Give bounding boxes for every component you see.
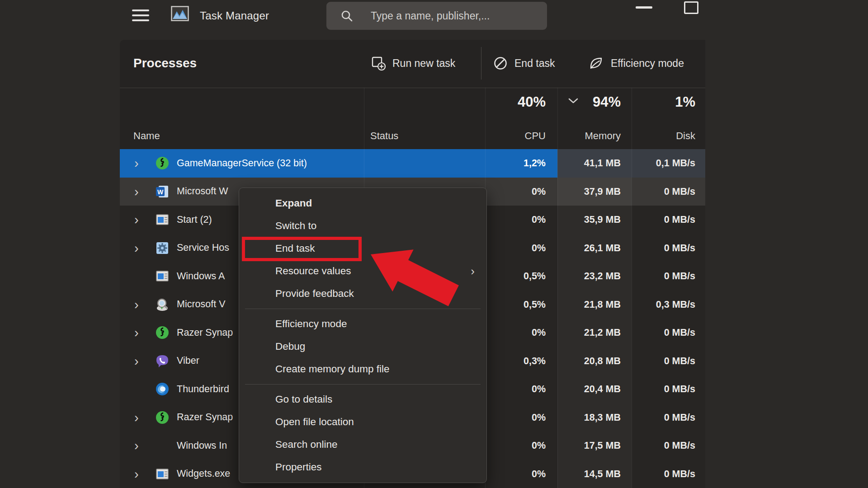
cpu-value: 0,5%	[485, 291, 557, 319]
column-divider	[557, 88, 558, 488]
menu-separator	[245, 309, 481, 309]
cpu-value: 0%	[485, 375, 557, 404]
efficiency-mode-label: Efficiency mode	[611, 57, 684, 70]
search-icon	[341, 10, 353, 22]
expand-chevron-icon[interactable]: ›	[134, 347, 155, 375]
run-new-task-icon	[371, 56, 386, 70]
process-name: Thunderbird	[177, 384, 229, 395]
menu-item-search-online[interactable]: Search online	[239, 433, 486, 456]
column-header-disk[interactable]: Disk	[676, 130, 695, 142]
expand-chevron-icon[interactable]: ›	[134, 319, 155, 346]
column-header-name[interactable]: Name	[133, 130, 160, 142]
disk-value: 0 MB/s	[632, 347, 705, 375]
menu-item-create-memory-dump-file[interactable]: Create memory dump file	[239, 358, 486, 380]
end-task-button[interactable]: End task	[493, 49, 555, 78]
run-new-task-label: Run new task	[392, 57, 455, 70]
expand-chevron-icon[interactable]: ›	[134, 460, 155, 488]
window-icon	[155, 212, 170, 227]
search-box[interactable]	[326, 2, 547, 30]
menu-item-go-to-details[interactable]: Go to details	[239, 388, 486, 411]
cpu-value: 0%	[485, 460, 557, 488]
menu-item-provide-feedback[interactable]: Provide feedback	[239, 282, 486, 305]
column-header-status[interactable]: Status	[370, 130, 398, 142]
memory-value: 18,3 MB	[557, 404, 632, 432]
process-name: Windows In	[177, 440, 227, 451]
column-header-memory[interactable]: Memory	[585, 130, 621, 142]
end-task-label: End task	[514, 57, 555, 70]
disk-value: 0 MB/s	[632, 319, 705, 347]
process-name: Microsoft W	[177, 186, 228, 197]
window-icon	[155, 269, 170, 283]
disk-total-percent: 1%	[675, 94, 695, 110]
razer-green-icon	[155, 325, 170, 340]
viber-icon	[155, 354, 170, 368]
sort-descending-icon	[567, 98, 579, 104]
processes-toolbar: Processes Run new task End task Ef	[120, 40, 705, 88]
column-header-cpu[interactable]: CPU	[525, 130, 546, 142]
razer-green-icon	[155, 156, 170, 170]
menu-item-debug[interactable]: Debug	[239, 335, 486, 358]
process-name: Widgets.exe	[177, 468, 230, 479]
process-name: Razer Synap	[177, 412, 233, 423]
end-task-icon	[493, 56, 508, 70]
maximize-button[interactable]	[684, 1, 698, 14]
cpu-value: 0%	[485, 404, 557, 432]
menu-item-expand[interactable]: Expand	[239, 192, 486, 215]
window-icon	[155, 467, 170, 481]
efficiency-mode-button[interactable]: Efficiency mode	[589, 49, 684, 78]
menu-item-properties[interactable]: Properties	[239, 456, 486, 479]
expand-chevron-icon[interactable]: ›	[134, 178, 155, 205]
run-new-task-button[interactable]: Run new task	[371, 49, 455, 78]
memory-value: 21,2 MB	[557, 319, 632, 347]
annotation-highlight-rectangle	[242, 237, 362, 261]
disk-value: 0 MB/s	[632, 460, 705, 488]
thunderbird-icon	[155, 382, 170, 396]
menu-item-resource-values[interactable]: Resource values›	[239, 260, 486, 282]
magnifier-icon	[155, 297, 170, 312]
expand-chevron-icon[interactable]: ›	[134, 432, 155, 459]
expand-chevron-icon[interactable]: ›	[134, 404, 155, 431]
hamburger-menu-icon[interactable]	[132, 9, 149, 22]
disk-value: 0 MB/s	[632, 234, 705, 263]
memory-value: 26,1 MB	[557, 234, 632, 263]
cpu-value: 0,3%	[485, 347, 557, 375]
memory-value: 14,5 MB	[557, 460, 632, 488]
memory-total-percent: 94%	[593, 94, 621, 110]
window-title: Task Manager	[200, 9, 269, 22]
memory-value: 23,2 MB	[557, 262, 632, 291]
menu-item-switch-to[interactable]: Switch to	[239, 215, 486, 237]
efficiency-mode-leaf-icon	[589, 56, 604, 70]
cpu-value: 1,2%	[485, 149, 557, 178]
process-name: Windows A	[177, 271, 225, 282]
minimize-button[interactable]	[636, 6, 652, 9]
expand-chevron-icon[interactable]: ›	[134, 206, 155, 233]
process-name: GameManagerService (32 bit)	[177, 158, 307, 169]
memory-value: 41,1 MB	[557, 149, 632, 178]
word-icon: W	[155, 184, 170, 199]
process-name: Razer Synap	[177, 327, 233, 338]
disk-value: 0 MB/s	[632, 206, 705, 234]
cpu-value: 0%	[485, 319, 557, 347]
table-header: Name Status 40% CPU 94% Memory 1% Disk	[120, 88, 705, 150]
page-title: Processes	[133, 56, 197, 70]
cpu-value: 0,5%	[485, 262, 557, 291]
expand-chevron-icon[interactable]: ›	[134, 291, 155, 318]
toolbar-divider	[481, 47, 481, 80]
disk-value: 0 MB/s	[632, 262, 705, 291]
menu-item-open-file-location[interactable]: Open file location	[239, 411, 486, 433]
memory-value: 20,8 MB	[557, 347, 632, 375]
memory-value: 35,9 MB	[557, 206, 632, 234]
context-menu: ExpandSwitch toEnd taskResource values›P…	[239, 188, 487, 483]
svg-text:W: W	[157, 188, 164, 195]
memory-value: 17,5 MB	[557, 432, 632, 460]
process-name: Viber	[177, 355, 199, 366]
cpu-value: 0%	[485, 178, 557, 206]
search-input[interactable]	[370, 9, 547, 23]
process-row[interactable]: › GameManagerService (32 bit) 1,2% 41,1 …	[120, 149, 705, 178]
disk-value: 0,3 MB/s	[632, 291, 705, 319]
status-cell	[364, 149, 485, 178]
expand-chevron-icon[interactable]: ›	[134, 150, 155, 177]
disk-value: 0,1 MB/s	[632, 149, 705, 178]
expand-chevron-icon[interactable]: ›	[134, 235, 155, 262]
menu-item-efficiency-mode[interactable]: Efficiency mode	[239, 313, 486, 335]
